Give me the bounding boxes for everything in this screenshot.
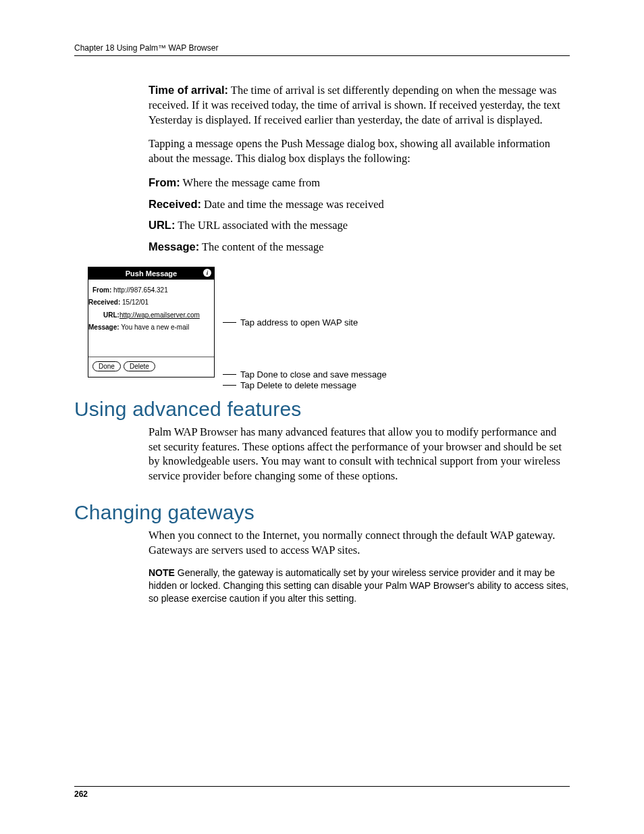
page-footer: 262	[74, 786, 570, 799]
dialog-msg-label: Message:	[88, 323, 121, 331]
dialog-from-row: From: http://987.654.321	[92, 286, 210, 295]
message-label: Message:	[149, 240, 199, 253]
field-from: From: Where the message came from	[149, 176, 570, 190]
dialog-from-value: http://987.654.321	[113, 286, 168, 294]
dialog-received-row: Received: 15/12/01	[88, 298, 210, 307]
time-of-arrival-block: Time of arrival: The time of arrival is …	[149, 83, 570, 127]
time-of-arrival-label: Time of arrival:	[149, 84, 228, 96]
callout-b-text: Tap Done to close and save message	[240, 369, 387, 380]
callout-open-wap: Tap address to open WAP site	[223, 317, 358, 328]
dialog-from-label: From:	[92, 286, 113, 294]
url-text: The URL associated with the message	[175, 219, 348, 232]
advanced-paragraph: Palm WAP Browser has many advanced featu…	[149, 425, 570, 484]
dialog-title-text: Push Message	[126, 269, 177, 278]
note-text: Generally, the gateway is automatically …	[149, 567, 568, 604]
done-button[interactable]: Done	[92, 361, 121, 371]
callout-c-text: Tap Delete to delete message	[240, 380, 356, 390]
received-text: Date and time the message was received	[201, 198, 384, 211]
heading-changing-gateways: Changing gateways	[74, 501, 570, 524]
callout-done: Tap Done to close and save message	[223, 369, 387, 380]
dialog-url-row[interactable]: URL:http://wap.emailserver.com	[103, 311, 210, 320]
dialog-url-label: URL:	[103, 311, 119, 319]
field-url: URL: The URL associated with the message	[149, 218, 570, 233]
info-icon: i	[203, 269, 211, 277]
chapter-line: Chapter 18 Using Palm™ WAP Browser	[74, 43, 218, 53]
gateways-paragraph: When you connect to the Internet, you no…	[149, 528, 570, 558]
dialog-msg-value: You have a new e-mail	[121, 323, 189, 331]
dialog-url-value[interactable]: http://wap.emailserver.com	[119, 311, 200, 319]
note-label: NOTE	[149, 567, 175, 578]
callout-a-text: Tap address to open WAP site	[240, 317, 358, 328]
message-text: The content of the message	[199, 240, 323, 253]
dialog-titlebar: Push Message i	[88, 267, 214, 280]
page-header: Chapter 18 Using Palm™ WAP Browser	[74, 43, 570, 56]
received-label: Received:	[149, 198, 201, 210]
field-message: Message: The content of the message	[149, 240, 570, 255]
delete-button[interactable]: Delete	[124, 361, 155, 371]
heading-advanced-features: Using advanced features	[74, 398, 570, 421]
push-message-dialog: Push Message i From: http://987.654.321 …	[88, 267, 215, 377]
note-block: NOTE Generally, the gateway is automatic…	[149, 567, 570, 605]
url-label: URL:	[149, 219, 175, 231]
field-received: Received: Date and time the message was …	[149, 197, 570, 212]
dialog-received-label: Received:	[88, 298, 122, 306]
dialog-received-value: 15/12/01	[122, 298, 149, 306]
from-label: From:	[149, 176, 180, 188]
callout-delete: Tap Delete to delete message	[223, 380, 356, 390]
tap-paragraph: Tapping a message opens the Push Message…	[149, 136, 570, 166]
page-number: 262	[74, 789, 88, 799]
dialog-msg-row: Message: You have a new e-mail	[88, 323, 210, 332]
from-text: Where the message came from	[180, 176, 320, 189]
